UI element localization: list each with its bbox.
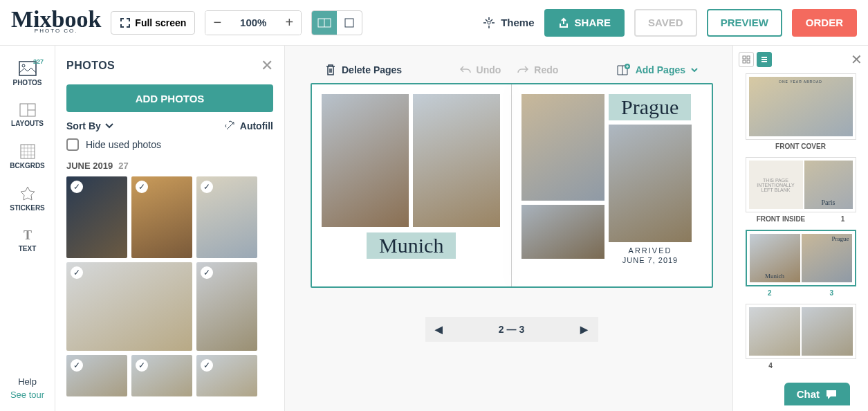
svg-rect-13 — [747, 56, 750, 59]
zoom-value: 100% — [229, 17, 277, 28]
redo-button[interactable]: Redo — [517, 64, 558, 75]
backgrounds-icon — [20, 144, 35, 159]
arrived-date[interactable]: JUNE 7, 2019 — [609, 256, 692, 264]
order-label: ORDER — [806, 17, 843, 28]
logo: Mixbook PHOTO CO. — [11, 11, 101, 34]
share-label: SHARE — [575, 17, 611, 28]
arrived-label[interactable]: ARRIVED — [609, 246, 692, 255]
photo-thumb[interactable]: ✓ — [196, 176, 257, 258]
add-pages-button[interactable]: Add Pages — [616, 64, 698, 76]
zoom-in-button[interactable]: + — [277, 11, 301, 35]
photo-thumb[interactable]: ✓ — [66, 262, 192, 351]
hide-used-checkbox[interactable] — [66, 138, 79, 151]
nav-layouts-label: LAYOUTS — [11, 120, 44, 127]
nav-backgrounds[interactable]: BCKGRDS — [0, 136, 55, 178]
photo-thumbnails: ✓ ✓ ✓ ✓ ✓ ✓ ✓ ✓ — [66, 176, 284, 396]
zoom-out-button[interactable]: − — [205, 11, 229, 35]
photo-thumb[interactable]: ✓ — [66, 355, 127, 396]
left-page-title[interactable]: Munich — [379, 234, 443, 257]
nav-photos[interactable]: 227 PHOTOS — [0, 53, 55, 95]
page-3-label: 3 — [829, 289, 833, 297]
add-pages-label: Add Pages — [636, 64, 685, 75]
page-thumb-front-cover[interactable]: ONE YEAR ABROAD — [746, 73, 856, 140]
photo-group-header: JUNE 201927 — [66, 161, 284, 171]
share-button[interactable]: SHARE — [544, 9, 625, 37]
chevron-down-icon — [105, 123, 113, 129]
preview-button[interactable]: PREVIEW — [707, 9, 782, 37]
add-photos-button[interactable]: ADD PHOTOS — [66, 84, 273, 112]
svg-rect-15 — [747, 60, 750, 63]
thumb-grid-view-button[interactable] — [739, 52, 754, 67]
photo-thumb[interactable]: ✓ — [66, 176, 127, 258]
share-icon — [558, 17, 569, 28]
prev-page-button[interactable]: ◀ — [435, 324, 443, 335]
photo-thumb[interactable]: ✓ — [131, 355, 192, 396]
right-page-title[interactable]: Prague — [621, 95, 678, 118]
page-2-label: 2 — [768, 289, 772, 297]
page-thumb-spread-4[interactable] — [746, 304, 856, 359]
preview-label: PREVIEW — [721, 17, 768, 28]
autofill-label: Autofill — [240, 120, 273, 131]
photo-slot[interactable] — [413, 94, 500, 227]
order-button[interactable]: ORDER — [792, 9, 857, 37]
chevron-down-icon — [691, 68, 698, 72]
used-check-icon: ✓ — [71, 181, 83, 193]
text-icon: T — [21, 228, 35, 242]
page-spread[interactable]: Munich Prague ARRIVED JUNE 7, 2019 — [311, 83, 713, 288]
chat-label: Chat — [797, 388, 820, 400]
photo-slot[interactable] — [609, 125, 692, 242]
nav-text-label: TEXT — [19, 245, 37, 253]
nav-stickers[interactable]: STICKERS — [0, 178, 55, 220]
page-thumb-spread-0-1[interactable]: THIS PAGE INTENTIONALLY LEFT BLANK Paris — [746, 157, 856, 212]
page-4-label: 4 — [768, 362, 773, 369]
photo-thumb[interactable]: ✓ — [196, 355, 257, 396]
photo-slot[interactable] — [521, 94, 604, 201]
svg-rect-14 — [743, 60, 746, 63]
fullscreen-icon — [120, 17, 131, 28]
close-right-panel-button[interactable]: ✕ — [851, 51, 862, 68]
view-spread-button[interactable] — [312, 11, 337, 35]
thumb-list-view-button[interactable] — [757, 52, 772, 67]
right-page[interactable]: Prague ARRIVED JUNE 7, 2019 — [512, 84, 712, 286]
autofill-button[interactable]: Autofill — [225, 120, 273, 131]
help-link[interactable]: Help — [18, 376, 37, 387]
close-panel-button[interactable]: ✕ — [261, 57, 273, 75]
front-cover-label: FRONT COVER — [739, 143, 862, 150]
saved-button[interactable]: SAVED — [634, 9, 697, 37]
chat-icon — [825, 389, 838, 400]
autofill-icon — [225, 120, 236, 131]
grid-icon — [742, 55, 750, 64]
fullscreen-label: Full screen — [135, 17, 186, 28]
undo-label: Undo — [477, 64, 501, 75]
single-page-icon — [344, 18, 354, 28]
sort-by-dropdown[interactable]: Sort By — [66, 120, 113, 131]
page-indicator: 2 — 3 — [499, 324, 524, 335]
chat-button[interactable]: Chat — [784, 383, 850, 405]
left-page[interactable]: Munich — [312, 84, 512, 286]
fullscreen-button[interactable]: Full screen — [111, 11, 195, 35]
stickers-icon — [20, 186, 35, 201]
photo-slot[interactable] — [322, 94, 409, 227]
front-inside-label: FRONT INSIDE — [757, 215, 806, 223]
used-check-icon: ✓ — [136, 359, 148, 372]
theme-button[interactable]: Theme — [483, 17, 534, 29]
undo-button[interactable]: Undo — [460, 64, 501, 75]
see-tour-link[interactable]: See tour — [10, 390, 44, 400]
photo-slot[interactable] — [521, 205, 604, 259]
nav-text[interactable]: T TEXT — [0, 220, 55, 261]
photo-thumb[interactable]: ✓ — [131, 176, 192, 258]
next-page-button[interactable]: ▶ — [580, 324, 588, 335]
view-single-button[interactable] — [337, 11, 362, 35]
panel-title: PHOTOS — [66, 60, 115, 72]
layouts-icon — [19, 103, 36, 117]
photo-thumb[interactable]: ✓ — [196, 262, 257, 351]
hide-used-label: Hide used photos — [86, 139, 161, 150]
delete-pages-label: Delete Pages — [342, 64, 402, 75]
used-check-icon: ✓ — [201, 266, 213, 279]
page-thumb-spread-2-3[interactable]: Munich Prague — [746, 230, 856, 286]
page-navigator: ◀ 2 — 3 ▶ — [425, 317, 598, 342]
nav-layouts[interactable]: LAYOUTS — [0, 95, 55, 136]
delete-pages-button[interactable]: Delete Pages — [325, 64, 402, 76]
list-icon — [760, 55, 768, 64]
theme-label: Theme — [501, 17, 534, 28]
